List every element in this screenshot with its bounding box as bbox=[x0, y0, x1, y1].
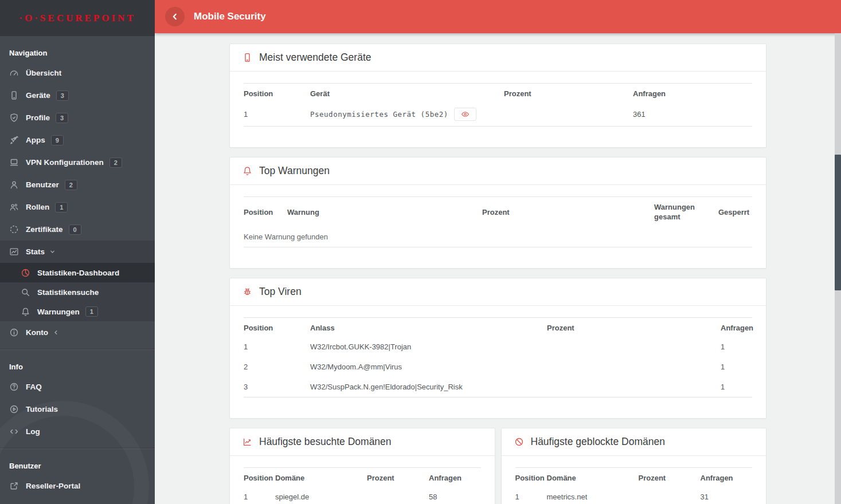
nav-section-navigation: Navigation Übersicht Geräte 3 Profile 3 … bbox=[0, 36, 155, 349]
count-badge: 9 bbox=[51, 135, 64, 145]
position-cell: 1 bbox=[244, 109, 310, 119]
requests-cell: 58 bbox=[429, 492, 481, 502]
position-cell: 1 bbox=[244, 342, 310, 352]
count-badge: 3 bbox=[56, 113, 68, 123]
position-cell: 3 bbox=[244, 382, 310, 392]
table-row: 2 W32/Mydoom.A@mm|Virus 1 bbox=[244, 357, 752, 377]
sidebar-item-vpn-konfigurationen[interactable]: VPN Konfigurationen 2 bbox=[0, 151, 155, 174]
scrollbar-thumb[interactable] bbox=[835, 155, 841, 290]
chevron-left-icon bbox=[53, 329, 59, 336]
card-most-used-devices: Meist verwendete Geräte Position Gerät P… bbox=[229, 44, 766, 148]
count-badge: 1 bbox=[55, 202, 68, 212]
question-icon bbox=[9, 382, 19, 392]
table-row: 1 W32/Ircbot.GUKK-3982|Trojan 1 bbox=[244, 337, 752, 357]
sidebar-item-label: FAQ bbox=[26, 383, 42, 391]
card-top-warnings: Top Warnungen Position Warnung Prozent W… bbox=[229, 157, 766, 269]
securepoint-logo: ·O·SECUREPOINT bbox=[19, 13, 135, 24]
sidebar-item-label: Statistikensuche bbox=[37, 288, 99, 297]
column-header-position: Position bbox=[244, 473, 275, 483]
sidebar-item-konto[interactable]: Konto bbox=[0, 321, 155, 344]
sidebar-item-geraete[interactable]: Geräte 3 bbox=[0, 84, 155, 107]
table-row: 1 Pseudonymisiertes Gerät (5be2) 361 bbox=[244, 103, 752, 126]
requests-cell: 1 bbox=[721, 362, 752, 372]
column-header-position: Position bbox=[515, 473, 547, 483]
topbar: Mobile Security bbox=[155, 0, 841, 33]
laptop-icon bbox=[9, 158, 19, 167]
domain-cell: spiegel.de bbox=[275, 492, 367, 502]
chevron-left-icon bbox=[170, 12, 179, 21]
card-top-blocked-domains: Häufigste geblockte Domänen Position Dom… bbox=[501, 428, 767, 504]
logo-block[interactable]: ·O·SECUREPOINT bbox=[0, 0, 155, 36]
section-label: Info bbox=[0, 357, 155, 376]
sidebar-item-label: Rollen bbox=[26, 203, 49, 211]
phone-icon bbox=[242, 53, 252, 62]
column-header-geraet: Gerät bbox=[310, 89, 504, 99]
sidebar-item-warnungen[interactable]: Warnungen 1 bbox=[0, 302, 155, 321]
back-button[interactable] bbox=[165, 7, 185, 26]
virus-name: W32/Mydoom.A@mm|Virus bbox=[310, 362, 547, 372]
column-header-anlass: Anlass bbox=[310, 323, 547, 333]
card-title: Häufigste geblockte Domänen bbox=[531, 436, 665, 448]
sidebar-item-label: Stats bbox=[26, 247, 45, 256]
sidebar-item-label: Profile bbox=[26, 113, 50, 122]
column-header-anfragen: Anfragen bbox=[633, 89, 752, 99]
bug-icon bbox=[242, 287, 252, 297]
scrollbar-track[interactable] bbox=[835, 33, 841, 504]
sidebar-item-faq[interactable]: FAQ bbox=[0, 376, 155, 398]
column-header-prozent: Prozent bbox=[547, 323, 721, 333]
position-cell: 1 bbox=[515, 492, 547, 502]
column-header-warnungen-gesamt: Warnungen gesamt bbox=[654, 202, 718, 222]
position-cell: 2 bbox=[244, 362, 310, 372]
chart-icon bbox=[9, 247, 19, 257]
column-header-position: Position bbox=[244, 323, 310, 333]
sidebar-item-label: Benutzer bbox=[26, 180, 59, 189]
pie-chart-icon bbox=[21, 268, 30, 278]
shield-icon bbox=[9, 113, 19, 123]
line-chart-icon bbox=[242, 437, 252, 447]
sidebar-item-uebersicht[interactable]: Übersicht bbox=[0, 62, 155, 84]
position-cell: 1 bbox=[244, 492, 275, 502]
sidebar-item-label: Konto bbox=[26, 328, 48, 337]
section-label: Navigation bbox=[0, 43, 155, 62]
sidebar-item-benutzer[interactable]: Benutzer 2 bbox=[0, 174, 155, 196]
sidebar-item-statistikensuche[interactable]: Statistikensuche bbox=[0, 282, 155, 302]
column-header-prozent: Prozent bbox=[482, 207, 654, 217]
card-title: Top Warnungen bbox=[259, 165, 330, 177]
sidebar-item-label: Statistiken-Dashboard bbox=[37, 269, 119, 277]
column-header-anfragen: Anfragen bbox=[429, 473, 481, 483]
sidebar-item-apps[interactable]: Apps 9 bbox=[0, 129, 155, 151]
sidebar-item-label: Geräte bbox=[26, 91, 50, 100]
table-row: 3 W32/SuspPack.N.gen!Eldorado|Security_R… bbox=[244, 377, 752, 397]
sidebar-item-label: Warnungen bbox=[37, 308, 80, 316]
sidebar-item-label: Übersicht bbox=[26, 69, 61, 77]
count-badge: 2 bbox=[109, 158, 122, 168]
column-header-anfragen: Anfragen bbox=[721, 323, 753, 333]
sidebar-item-zertifikate[interactable]: Zertifikate 0 bbox=[0, 218, 155, 241]
card-title: Meist verwendete Geräte bbox=[259, 52, 371, 64]
virus-name: W32/Ircbot.GUKK-3982|Trojan bbox=[310, 342, 547, 352]
count-badge: 3 bbox=[56, 90, 69, 101]
sidebar-item-profile[interactable]: Profile 3 bbox=[0, 107, 155, 129]
user-icon bbox=[9, 180, 19, 190]
column-header-domaene: Domäne bbox=[275, 473, 367, 483]
table-row: 1 spiegel.de 58 bbox=[244, 487, 481, 504]
device-name: Pseudonymisiertes Gerät (5be2) bbox=[310, 109, 448, 119]
column-header-domaene: Domäne bbox=[547, 473, 639, 483]
phone-icon bbox=[9, 90, 19, 100]
sidebar-item-stats[interactable]: Stats bbox=[0, 241, 155, 263]
column-header-anfragen: Anfragen bbox=[701, 473, 753, 483]
column-header-prozent: Prozent bbox=[367, 473, 429, 483]
gauge-icon bbox=[9, 68, 19, 78]
sidebar: ·O·SECUREPOINT Navigation Übersicht Gerä… bbox=[0, 0, 155, 504]
card-top-visited-domains: Häufigste besuchte Domänen Position Domä… bbox=[229, 428, 495, 504]
sidebar-item-rollen[interactable]: Rollen 1 bbox=[0, 196, 155, 218]
sidebar-item-label: Apps bbox=[26, 136, 45, 144]
certificate-icon bbox=[9, 225, 19, 234]
page-title: Mobile Security bbox=[194, 11, 266, 22]
column-header-gesperrt: Gesperrt bbox=[718, 207, 752, 217]
play-icon bbox=[9, 404, 19, 414]
rocket-icon bbox=[9, 135, 19, 145]
chevron-down-icon bbox=[49, 249, 56, 255]
sidebar-item-statistiken-dashboard[interactable]: Statistiken-Dashboard bbox=[0, 263, 155, 282]
view-device-button[interactable] bbox=[454, 108, 476, 121]
